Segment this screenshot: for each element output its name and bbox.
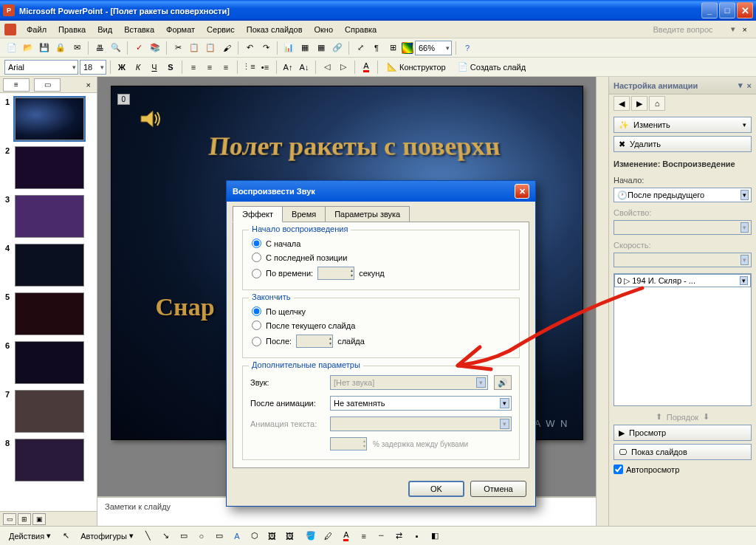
paste-icon[interactable]: 📋 (203, 41, 218, 55)
3d-style-icon[interactable]: ◧ (427, 529, 442, 544)
help-icon[interactable]: ? (460, 41, 475, 55)
bold-icon[interactable]: Ж (114, 60, 129, 75)
menu-tools[interactable]: Сервис (201, 24, 241, 35)
dash-style-icon[interactable]: ┄ (374, 529, 389, 544)
italic-icon[interactable]: К (131, 60, 145, 75)
slide-thumbnail-3[interactable] (15, 195, 84, 238)
maximize-button[interactable]: □ (719, 2, 735, 18)
grid-icon[interactable]: ⊞ (385, 41, 400, 55)
rectangle-icon[interactable]: ▭ (176, 529, 191, 544)
radio-by-time-input[interactable] (252, 269, 261, 278)
permission-icon[interactable]: 🔒 (53, 41, 68, 55)
increase-indent-icon[interactable]: ▷ (336, 60, 351, 75)
dialog-close-button[interactable]: ✕ (515, 184, 529, 199)
show-formatting-icon[interactable]: ¶ (369, 41, 384, 55)
change-effect-button[interactable]: ✨ Изменить (614, 117, 752, 133)
zoom-combo[interactable]: 66% (415, 41, 452, 55)
radio-after-n-input[interactable] (252, 337, 261, 346)
normal-view-button[interactable]: ▭ (3, 513, 16, 525)
tab-effect[interactable]: Эффект (233, 206, 283, 222)
slide-subtitle-text[interactable]: Снар (156, 293, 215, 321)
shadow-icon[interactable]: S (163, 60, 178, 75)
radio-from-start-input[interactable] (252, 239, 261, 248)
new-slide-button[interactable]: 📄 Создать слайд (453, 60, 531, 75)
slide-thumbnail-1[interactable] (15, 97, 84, 140)
open-icon[interactable]: 📂 (21, 41, 35, 55)
autoplay-check-input[interactable] (614, 465, 623, 474)
actions-menu[interactable]: Действия ▾ (4, 531, 55, 541)
animation-list[interactable]: 0 ▷ 194 И. Скляр - ... (614, 273, 752, 406)
line-color-icon[interactable]: 🖊 (321, 529, 336, 544)
line-style-icon[interactable]: ≡ (357, 529, 371, 544)
research-icon[interactable]: 📚 (148, 41, 162, 55)
save-icon[interactable]: 💾 (37, 41, 52, 55)
close-button[interactable]: ✕ (737, 2, 753, 18)
animation-list-item[interactable]: 0 ▷ 194 И. Скляр - ... (614, 274, 751, 287)
cut-icon[interactable]: ✂ (171, 41, 185, 55)
slide-thumbnail-6[interactable] (15, 341, 84, 384)
new-doc-icon[interactable]: 📄 (4, 41, 19, 55)
expand-icon[interactable]: ⤢ (353, 41, 368, 55)
arrow-icon[interactable]: ↘ (159, 529, 173, 544)
print-icon[interactable]: 🖶 (92, 41, 107, 55)
tab-sound-params[interactable]: Параметры звука (325, 206, 410, 222)
start-select[interactable]: 🕐 После предыдущего (614, 188, 752, 202)
insert-chart-icon[interactable]: 📊 (281, 41, 296, 55)
slideshow-view-button[interactable]: ▣ (32, 513, 46, 525)
taskpane-close-icon[interactable]: × (743, 81, 752, 90)
fill-color-icon[interactable]: 🪣 (303, 529, 318, 544)
move-up-icon[interactable]: ⬆ (656, 412, 662, 422)
textbox-icon[interactable]: ▭ (212, 529, 227, 544)
radio-on-click[interactable]: По щелчку (250, 304, 512, 318)
tables-borders-icon[interactable]: ▦ (314, 41, 329, 55)
slide-thumbnail-4[interactable] (15, 244, 84, 287)
autoplay-checkbox[interactable]: Автопросмотр (614, 463, 752, 476)
slide-thumbnail-8[interactable] (15, 439, 84, 481)
oval-icon[interactable]: ○ (194, 529, 209, 544)
outline-tab[interactable]: ≡ (3, 78, 30, 92)
line-icon[interactable]: ╲ (141, 529, 156, 544)
print-preview-icon[interactable]: 🔍 (109, 41, 123, 55)
preview-button[interactable]: ▶ Просмотр (614, 425, 752, 441)
menu-slideshow[interactable]: Показ слайдов (241, 24, 309, 35)
ask-question-box[interactable]: Введите вопрос (653, 25, 727, 34)
insert-table-icon[interactable]: ▦ (298, 41, 312, 55)
select-objects-icon[interactable]: ↖ (58, 529, 73, 544)
doc-close-button[interactable]: × (738, 25, 752, 34)
panel-close-icon[interactable]: × (83, 80, 94, 89)
animation-order-label[interactable]: 0 (117, 94, 131, 105)
slide-thumbnail-2[interactable] (15, 146, 84, 189)
nav-back-icon[interactable]: ◀ (614, 96, 630, 111)
slideshow-button[interactable]: 🖵 Показ слайдов (614, 444, 752, 460)
slide-thumbnail-7[interactable] (15, 390, 84, 433)
align-left-icon[interactable]: ≡ (186, 60, 201, 75)
radio-after-current-input[interactable] (252, 321, 261, 330)
vertical-scrollbar[interactable] (596, 77, 608, 526)
nav-home-icon[interactable]: ⌂ (649, 96, 665, 111)
tab-timing[interactable]: Время (282, 206, 326, 222)
radio-from-start[interactable]: С начала (250, 236, 512, 250)
thumbnails-list[interactable]: 1 2 3 4 5 6 7 8 (0, 93, 97, 511)
radio-on-click-input[interactable] (252, 306, 261, 316)
speaker-icon[interactable] (138, 107, 162, 131)
color-icon[interactable] (402, 42, 413, 54)
ask-dropdown-icon[interactable]: ▾ (728, 24, 738, 34)
font-color-icon[interactable]: A (359, 60, 374, 75)
radio-from-last-input[interactable] (252, 253, 261, 262)
wordart-icon[interactable]: A (230, 529, 244, 544)
mail-icon[interactable]: ✉ (69, 41, 84, 55)
clipart-icon[interactable]: 🖼 (265, 529, 280, 544)
copy-icon[interactable]: 📋 (187, 41, 202, 55)
menu-view[interactable]: Вид (92, 24, 118, 35)
menu-window[interactable]: Окно (309, 24, 340, 35)
sorter-view-button[interactable]: ⊞ (18, 513, 31, 525)
dialog-titlebar[interactable]: Воспроизвести Звук ✕ (227, 181, 535, 202)
bullet-list-icon[interactable]: •≡ (258, 60, 272, 75)
nav-forward-icon[interactable]: ▶ (631, 96, 647, 111)
picture-icon[interactable]: 🖼 (283, 529, 298, 544)
align-right-icon[interactable]: ≡ (219, 60, 233, 75)
decrease-font-icon[interactable]: A↓ (297, 60, 312, 75)
redo-icon[interactable]: ↷ (258, 41, 273, 55)
increase-font-icon[interactable]: A↑ (281, 60, 295, 75)
cancel-button[interactable]: Отмена (470, 481, 526, 497)
